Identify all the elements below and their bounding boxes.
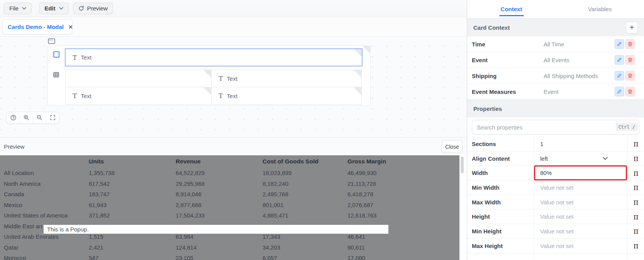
table-cell: 2,421 xyxy=(89,244,176,251)
property-row-sections: Sections 1 π xyxy=(467,137,644,151)
tab-title: Cards Demo - Modal xyxy=(8,24,64,30)
property-value-input[interactable]: 1 xyxy=(534,137,627,151)
pi-formula-button[interactable]: π xyxy=(627,224,644,238)
tab-context[interactable]: Context xyxy=(467,0,556,18)
context-row-event-measures: Event Measures Event xyxy=(467,84,644,100)
keyboard-shortcut-badge: Ctrl / xyxy=(616,123,638,131)
property-value-input[interactable]: Value not set xyxy=(534,224,627,238)
tab-strip: Cards Demo - Modal ✕ xyxy=(0,17,467,37)
table-cell: Morocco xyxy=(4,255,89,260)
table-cell-empty[interactable] xyxy=(65,70,212,87)
pi-formula-button[interactable]: π xyxy=(627,137,644,151)
fit-screen-button[interactable] xyxy=(46,112,59,123)
table-row: All Location 1,355,738 64,522,829 18,023… xyxy=(0,168,459,178)
property-value-input[interactable]: Value not set xyxy=(534,209,627,224)
delete-context-button[interactable] xyxy=(625,55,635,65)
preview-button-label: Preview xyxy=(87,5,108,12)
file-menu-button[interactable]: File xyxy=(4,3,32,14)
table-cell-text[interactable]: T Text xyxy=(211,70,362,87)
edit-menu-label: Edit xyxy=(44,5,55,12)
preview-button[interactable]: Preview xyxy=(73,3,113,14)
trash-icon xyxy=(627,73,633,78)
table-cell: 1,355,738 xyxy=(89,170,176,176)
properties-header: Properties xyxy=(467,100,644,117)
property-value-input[interactable]: Value not set xyxy=(534,180,627,195)
canvas-zoom-toolbar xyxy=(6,112,59,124)
pi-formula-button[interactable]: π xyxy=(627,195,644,209)
edit-context-button[interactable] xyxy=(614,71,624,81)
card-context-header: Card Context + xyxy=(467,18,644,36)
table-row: Canada 183,747 8,914,046 2,495,768 6,418… xyxy=(0,189,459,200)
table-cell-text[interactable]: T Text xyxy=(211,87,362,105)
property-value-select[interactable]: left xyxy=(534,151,627,166)
chevron-down-icon xyxy=(603,157,608,160)
property-label: Align Content xyxy=(467,151,534,166)
property-value-input[interactable]: Value not set xyxy=(534,239,627,253)
table-cell: All Location xyxy=(4,170,89,176)
delete-context-button[interactable] xyxy=(625,87,635,97)
context-row-shipping: Shipping All Shipping Methods xyxy=(467,68,644,84)
pi-formula-button[interactable]: π xyxy=(627,180,644,195)
pi-formula-button[interactable]: π xyxy=(627,239,644,253)
preview-card-table: Units Revenue Cost of Goods Sold Gross M… xyxy=(0,155,459,260)
table-cell: 17,343 xyxy=(263,233,347,240)
property-row-align-content: Align Content left π xyxy=(467,151,644,166)
context-row-value: Event xyxy=(544,88,558,95)
table-cell: 17,060 xyxy=(347,255,444,260)
table-cell: 29,295,968 xyxy=(176,180,263,187)
preview-panel-header: Preview Close xyxy=(0,137,467,155)
card-context-title: Card Context xyxy=(473,24,510,31)
table-cell: 90,611 xyxy=(347,244,444,251)
table-cell-text[interactable]: T Text xyxy=(65,87,212,105)
property-label xyxy=(467,253,534,260)
table-cell: Canada xyxy=(4,191,89,197)
search-input[interactable] xyxy=(472,120,639,134)
edit-context-button[interactable] xyxy=(614,39,624,49)
context-row-event: Event All Events xyxy=(467,52,644,68)
checkbox-icon[interactable] xyxy=(53,51,59,58)
table-col-header: Units xyxy=(89,158,176,165)
pi-formula-button[interactable]: π xyxy=(627,209,644,224)
property-label: Max Width xyxy=(467,195,534,209)
design-canvas[interactable]: T Text T Text T Text T Text xyxy=(0,37,467,137)
table-cell: 183,747 xyxy=(89,191,176,197)
cell-text-label: Text xyxy=(227,75,237,82)
pi-formula-button[interactable]: π xyxy=(627,151,644,166)
add-context-button[interactable]: + xyxy=(626,22,638,34)
fold-corner xyxy=(354,87,361,95)
cell-text-label: Text xyxy=(227,93,237,99)
context-row-time: Time All Time xyxy=(467,36,644,52)
fold-corner xyxy=(203,70,211,78)
tab-cards-demo-modal[interactable]: Cards Demo - Modal ✕ xyxy=(2,19,73,34)
cell-text-label: Text xyxy=(81,93,92,99)
top-toolbar: File Edit Preview xyxy=(0,0,467,17)
table-icon[interactable] xyxy=(53,71,59,78)
text-element-selected[interactable]: T Text xyxy=(65,49,362,66)
zoom-in-button[interactable] xyxy=(20,112,33,123)
chevron-down-icon xyxy=(22,7,26,10)
scrollbar-thumb[interactable] xyxy=(461,156,464,173)
edit-context-button[interactable] xyxy=(614,87,624,97)
delete-context-button[interactable] xyxy=(625,39,635,49)
zoom-out-button[interactable] xyxy=(33,112,46,123)
table-cell: 64,522,829 xyxy=(176,170,263,176)
table-cell: 63,984 xyxy=(176,233,263,240)
table-cell: 6,418,278 xyxy=(347,191,444,197)
edit-menu-button[interactable]: Edit xyxy=(39,3,68,14)
close-preview-button[interactable]: Close xyxy=(442,140,463,153)
tab-variables[interactable]: Variables xyxy=(556,0,644,18)
table-cell: United States of America xyxy=(4,212,89,219)
table-cell: 18,023,899 xyxy=(263,170,347,176)
property-row-min-width: Min Width Value not set π xyxy=(467,180,644,195)
help-button[interactable] xyxy=(7,112,20,123)
close-icon[interactable]: ✕ xyxy=(68,24,73,30)
context-row-value: All Events xyxy=(544,57,569,63)
preview-panel-title: Preview xyxy=(4,143,24,150)
chevron-down-icon xyxy=(59,7,63,10)
property-value-input[interactable]: Value not set xyxy=(534,195,627,209)
property-value-input[interactable]: 80% xyxy=(534,166,627,180)
delete-context-button[interactable] xyxy=(625,71,635,81)
property-row-width: Width 80% π xyxy=(467,166,644,180)
pi-formula-button[interactable]: π xyxy=(627,166,644,180)
edit-context-button[interactable] xyxy=(614,55,624,65)
